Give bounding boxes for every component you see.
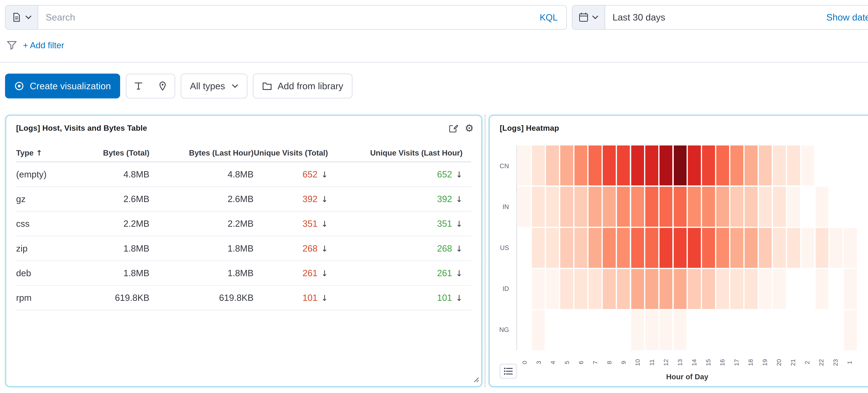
heatmap-cell[interactable] bbox=[830, 228, 843, 268]
heatmap-cell[interactable] bbox=[716, 269, 729, 309]
heatmap-cell[interactable] bbox=[815, 187, 829, 227]
add-annotation-button[interactable] bbox=[151, 74, 175, 98]
all-types-dropdown[interactable]: All types bbox=[181, 73, 247, 98]
heatmap-cell[interactable] bbox=[659, 310, 673, 350]
heatmap-cell[interactable] bbox=[589, 187, 601, 227]
heatmap-cell[interactable] bbox=[645, 146, 658, 185]
heatmap-cell[interactable] bbox=[532, 228, 545, 268]
heatmap-cell[interactable] bbox=[688, 187, 701, 227]
heatmap-cell[interactable] bbox=[716, 146, 729, 185]
heatmap-cell[interactable] bbox=[759, 228, 772, 268]
heatmap-cell[interactable] bbox=[716, 187, 729, 227]
column-header[interactable]: Bytes (Total) bbox=[81, 149, 150, 157]
heatmap-cell[interactable] bbox=[560, 187, 573, 227]
heatmap-cell[interactable] bbox=[730, 269, 743, 309]
heatmap-cell[interactable] bbox=[844, 310, 857, 350]
heatmap-cell[interactable] bbox=[702, 228, 715, 268]
heatmap-cell[interactable] bbox=[702, 187, 715, 227]
heatmap-cell[interactable] bbox=[787, 146, 800, 185]
heatmap-cell[interactable] bbox=[745, 269, 757, 309]
panel-options-icon[interactable]: ⚙ bbox=[465, 123, 473, 133]
heatmap-cell[interactable] bbox=[631, 269, 644, 309]
heatmap-cell[interactable] bbox=[589, 269, 601, 309]
heatmap-cell[interactable] bbox=[688, 228, 701, 268]
show-dates-button[interactable]: Show dates bbox=[819, 5, 868, 29]
date-quick-select-button[interactable] bbox=[572, 5, 605, 29]
heatmap-cell[interactable] bbox=[759, 269, 772, 309]
heatmap-cell[interactable] bbox=[745, 228, 757, 268]
heatmap-cell[interactable] bbox=[674, 310, 687, 350]
heatmap-cell[interactable] bbox=[603, 146, 616, 185]
heatmap-cell[interactable] bbox=[645, 269, 658, 309]
panel-gutter-line[interactable] bbox=[485, 115, 485, 387]
heatmap-cell[interactable] bbox=[674, 146, 687, 185]
heatmap-cell[interactable] bbox=[575, 187, 587, 227]
heatmap-cell[interactable] bbox=[773, 187, 786, 227]
heatmap-cell[interactable] bbox=[546, 269, 559, 309]
heatmap-cell[interactable] bbox=[815, 228, 829, 268]
heatmap-cell[interactable] bbox=[730, 187, 743, 227]
heatmap-cell[interactable] bbox=[546, 187, 559, 227]
heatmap-cell[interactable] bbox=[759, 187, 772, 227]
kql-badge[interactable]: KQL bbox=[531, 5, 566, 29]
heatmap-cell[interactable] bbox=[645, 228, 658, 268]
heatmap-cell[interactable] bbox=[745, 187, 757, 227]
column-header[interactable]: Bytes (Last Hour) bbox=[150, 149, 254, 157]
heatmap-cell[interactable] bbox=[518, 187, 531, 227]
add-filter-button[interactable]: + Add filter bbox=[23, 40, 64, 50]
edit-panel-icon[interactable] bbox=[449, 124, 458, 133]
heatmap-cell[interactable] bbox=[745, 146, 757, 185]
heatmap-cell[interactable] bbox=[575, 228, 587, 268]
heatmap-cell[interactable] bbox=[659, 228, 673, 268]
heatmap-cell[interactable] bbox=[631, 310, 644, 350]
heatmap-cell[interactable] bbox=[759, 146, 772, 185]
heatmap-cell[interactable] bbox=[589, 228, 601, 268]
heatmap-cell[interactable] bbox=[844, 228, 857, 268]
heatmap-cell[interactable] bbox=[674, 269, 687, 309]
heatmap-cell[interactable] bbox=[631, 187, 644, 227]
heatmap-cell[interactable] bbox=[560, 228, 573, 268]
heatmap-cell[interactable] bbox=[617, 269, 630, 309]
heatmap-cell[interactable] bbox=[603, 228, 616, 268]
column-header[interactable]: Unique Visits (Total) bbox=[254, 149, 328, 157]
heatmap-cell[interactable] bbox=[560, 146, 573, 185]
heatmap-cell[interactable] bbox=[702, 146, 715, 185]
heatmap-cell[interactable] bbox=[815, 269, 829, 309]
create-visualization-button[interactable]: Create visualization bbox=[5, 73, 120, 98]
heatmap-cell[interactable] bbox=[546, 146, 559, 185]
heatmap-cell[interactable] bbox=[773, 228, 786, 268]
heatmap-cell[interactable] bbox=[603, 187, 616, 227]
column-header[interactable]: Type↑ bbox=[16, 149, 81, 157]
heatmap-cell[interactable] bbox=[773, 269, 786, 309]
add-from-library-button[interactable]: Add from library bbox=[253, 73, 352, 98]
heatmap-cell[interactable] bbox=[688, 269, 701, 309]
heatmap-cell[interactable] bbox=[773, 146, 786, 185]
heatmap-cell[interactable] bbox=[674, 228, 687, 268]
heatmap-cell[interactable] bbox=[730, 146, 743, 185]
heatmap-cell[interactable] bbox=[844, 269, 857, 309]
heatmap-cell[interactable] bbox=[688, 146, 701, 185]
heatmap-cell[interactable] bbox=[518, 146, 531, 185]
heatmap-cell[interactable] bbox=[617, 228, 630, 268]
heatmap-cell[interactable] bbox=[659, 187, 673, 227]
heatmap-cell[interactable] bbox=[631, 146, 644, 185]
heatmap-cell[interactable] bbox=[787, 187, 800, 227]
saved-query-menu-button[interactable] bbox=[5, 5, 38, 29]
heatmap-cell[interactable] bbox=[532, 187, 545, 227]
heatmap-cell[interactable] bbox=[603, 269, 616, 309]
heatmap-cell[interactable] bbox=[575, 269, 587, 309]
heatmap-cell[interactable] bbox=[674, 187, 687, 227]
heatmap-cell[interactable] bbox=[532, 146, 545, 185]
heatmap-cell[interactable] bbox=[801, 146, 814, 185]
heatmap-cell[interactable] bbox=[730, 228, 743, 268]
heatmap-cell[interactable] bbox=[532, 269, 545, 309]
heatmap-cell[interactable] bbox=[801, 228, 814, 268]
date-range-value[interactable]: Last 30 days bbox=[605, 5, 673, 29]
heatmap-cell[interactable] bbox=[589, 146, 601, 185]
heatmap-cell[interactable] bbox=[645, 310, 658, 350]
heatmap-cell[interactable] bbox=[787, 228, 800, 268]
heatmap-cell[interactable] bbox=[702, 269, 715, 309]
heatmap-cell[interactable] bbox=[659, 146, 673, 185]
legend-toggle-button[interactable] bbox=[500, 364, 517, 379]
heatmap-cell[interactable] bbox=[617, 187, 630, 227]
